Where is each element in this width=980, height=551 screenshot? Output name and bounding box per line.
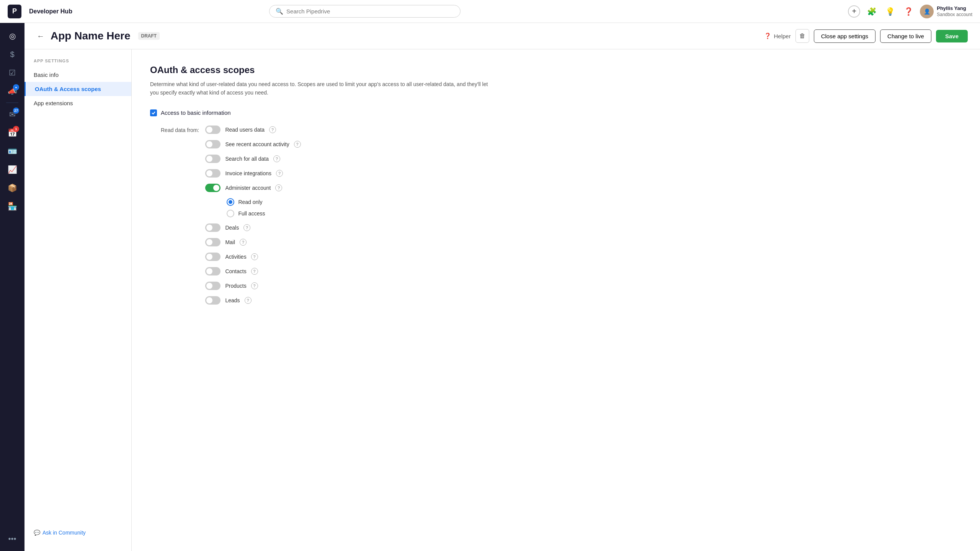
toggle-deals: Deals ? xyxy=(205,223,962,232)
search-bar[interactable]: 🔍 xyxy=(269,5,461,18)
settings-nav-app-extensions[interactable]: App extensions xyxy=(24,96,131,110)
toggle-invoice: Invoice integrations ? xyxy=(205,169,962,178)
toggle-administer-switch[interactable] xyxy=(205,184,220,192)
toggle-read-users-switch[interactable] xyxy=(205,126,220,134)
main-content: OAuth & access scopes Determine what kin… xyxy=(132,49,980,551)
helper-icon: ❓ xyxy=(764,33,771,39)
radio-read-only-dot xyxy=(229,200,232,204)
sidebar-more-button[interactable]: ••• xyxy=(8,535,16,543)
ask-community-link[interactable]: 💬 Ask in Community xyxy=(34,530,122,536)
search-all-help-icon[interactable]: ? xyxy=(273,155,280,162)
left-sidebar: ◎ $ ☑ 📣 ● ✉ 27 📅 1 🪪 📈 📦 🏪 ••• xyxy=(0,23,24,551)
sidebar-item-store[interactable]: 🏪 xyxy=(4,198,21,215)
toggle-deals-label: Deals xyxy=(225,225,239,231)
toggle-administer-label: Administer account xyxy=(225,185,271,191)
avatar: 👤 xyxy=(920,5,934,18)
toggle-activities-label: Activities xyxy=(225,254,246,260)
radio-full-access[interactable]: Full access xyxy=(227,210,962,217)
helper-button[interactable]: ❓ Helper xyxy=(764,33,791,39)
sidebar-item-idcard[interactable]: 🪪 xyxy=(4,143,21,160)
settings-nav-oauth-scopes[interactable]: OAuth & Access scopes xyxy=(24,82,131,96)
read-users-help-icon[interactable]: ? xyxy=(269,126,276,133)
sidebar-item-chart[interactable]: 📈 xyxy=(4,161,21,178)
change-to-live-button[interactable]: Change to live xyxy=(880,29,931,43)
user-name: Phyllis Yang xyxy=(937,5,972,12)
toggle-contacts: Contacts ? xyxy=(205,267,962,276)
toggle-administer: Administer account ? xyxy=(205,184,962,192)
sidebar-item-box[interactable]: 📦 xyxy=(4,179,21,196)
toggle-mail-switch[interactable] xyxy=(205,238,220,246)
deals-help-icon[interactable]: ? xyxy=(243,224,250,231)
app-header: ← App Name Here DRAFT ❓ Helper 🗑 Close a… xyxy=(24,23,980,49)
read-data-label: Read data from: xyxy=(161,127,199,133)
mail-help-icon[interactable]: ? xyxy=(240,239,247,246)
toggle-invoice-label: Invoice integrations xyxy=(225,170,271,176)
radio-full-access-button[interactable] xyxy=(227,210,234,217)
user-details: Phyllis Yang Sandbox account xyxy=(937,5,972,17)
add-button[interactable]: + xyxy=(848,5,860,18)
sidebar-item-calendar[interactable]: 📅 1 xyxy=(4,124,21,141)
products-help-icon[interactable]: ? xyxy=(251,282,258,289)
toggle-activities-switch[interactable] xyxy=(205,253,220,261)
toggle-products: Products ? xyxy=(205,282,962,290)
toggle-contacts-label: Contacts xyxy=(225,268,246,274)
close-settings-button[interactable]: Close app settings xyxy=(814,29,875,43)
app-title: App Name Here xyxy=(51,30,131,42)
user-profile[interactable]: 👤 Phyllis Yang Sandbox account xyxy=(920,5,972,18)
radio-read-only[interactable]: Read only xyxy=(227,198,962,206)
toggle-contacts-switch[interactable] xyxy=(205,267,220,276)
settings-sidebar-footer: 💬 Ask in Community xyxy=(24,523,131,542)
administer-help-icon[interactable]: ? xyxy=(275,184,282,191)
toggle-read-users: Read users data ? xyxy=(205,126,962,134)
contacts-help-icon[interactable]: ? xyxy=(251,268,258,275)
toggle-invoice-switch[interactable] xyxy=(205,169,220,178)
toggle-search-all-label: Search for all data xyxy=(225,156,269,162)
toggle-leads: Leads ? xyxy=(205,296,962,305)
delete-button[interactable]: 🗑 xyxy=(795,29,809,43)
sidebar-item-target[interactable]: ◎ xyxy=(4,28,21,44)
mail-badge: 27 xyxy=(13,108,19,114)
search-input[interactable] xyxy=(286,8,454,15)
toggle-recent-activity-switch[interactable] xyxy=(205,140,220,148)
toggle-products-switch[interactable] xyxy=(205,282,220,290)
read-data-section: Read data from: Read users data ? See re… xyxy=(161,126,962,311)
check-icon xyxy=(151,111,156,115)
radio-read-only-button[interactable] xyxy=(227,198,234,206)
main-layout: ← App Name Here DRAFT ❓ Helper 🗑 Close a… xyxy=(24,23,980,551)
radio-full-access-label: Full access xyxy=(238,210,265,217)
user-subtitle: Sandbox account xyxy=(937,12,972,17)
pipedrive-logo: P xyxy=(8,5,21,18)
sidebar-item-dollar[interactable]: $ xyxy=(4,46,21,63)
save-button[interactable]: Save xyxy=(936,30,968,42)
calendar-badge: 1 xyxy=(13,126,19,132)
settings-section-label: APP SETTINGS xyxy=(24,59,131,68)
sidebar-item-megaphone[interactable]: 📣 ● xyxy=(4,83,21,99)
invoice-help-icon[interactable]: ? xyxy=(276,170,283,177)
toggle-search-all-switch[interactable] xyxy=(205,155,220,163)
help-icon[interactable]: ❓ xyxy=(902,5,915,18)
toggle-products-label: Products xyxy=(225,283,246,289)
settings-sidebar: APP SETTINGS Basic info OAuth & Access s… xyxy=(24,49,132,551)
megaphone-badge: ● xyxy=(13,84,19,90)
nav-right-actions: + 🧩 💡 ❓ 👤 Phyllis Yang Sandbox account xyxy=(848,5,972,18)
toggle-deals-switch[interactable] xyxy=(205,223,220,232)
activities-help-icon[interactable]: ? xyxy=(251,253,258,260)
back-button[interactable]: ← xyxy=(37,32,44,41)
extensions-icon[interactable]: 🧩 xyxy=(865,5,879,18)
toggle-leads-label: Leads xyxy=(225,297,240,303)
sidebar-item-mail[interactable]: ✉ 27 xyxy=(4,106,21,123)
lightbulb-icon[interactable]: 💡 xyxy=(883,5,897,18)
toggle-recent-activity-label: See recent account activity xyxy=(225,141,289,147)
basic-access-checkbox[interactable] xyxy=(150,109,157,116)
recent-activity-help-icon[interactable]: ? xyxy=(294,141,301,148)
administer-radio-group: Read only Full access xyxy=(227,198,962,217)
leads-help-icon[interactable]: ? xyxy=(245,297,252,304)
helper-label: Helper xyxy=(774,33,791,39)
top-navigation: P Developer Hub 🔍 + 🧩 💡 ❓ 👤 Phyllis Yang… xyxy=(0,0,980,23)
page-description: Determine what kind of user-related data… xyxy=(150,80,495,97)
settings-nav-basic-info[interactable]: Basic info xyxy=(24,68,131,82)
app-header-actions: ❓ Helper 🗑 Close app settings Change to … xyxy=(764,29,968,43)
toggle-recent-activity: See recent account activity ? xyxy=(205,140,962,148)
toggle-leads-switch[interactable] xyxy=(205,296,220,305)
sidebar-item-tasks[interactable]: ☑ xyxy=(4,64,21,81)
